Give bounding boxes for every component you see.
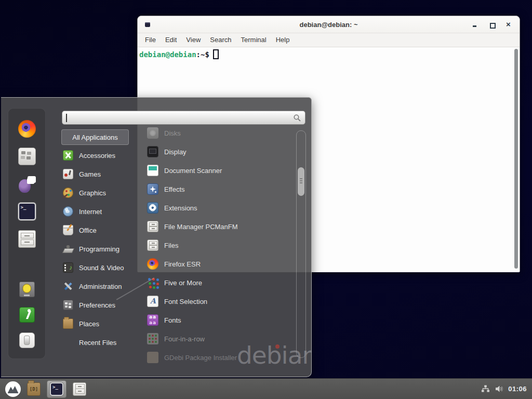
app-display[interactable]: Display <box>147 142 292 161</box>
app-files[interactable]: Files <box>147 236 292 255</box>
cabinet-icon <box>147 240 158 251</box>
app-label: File Manager PCManFM <box>164 223 238 231</box>
category-label: Games <box>79 170 101 178</box>
watermark-text: debian <box>237 341 312 369</box>
category-office[interactable]: Office <box>61 221 144 240</box>
category-label: Preferences <box>79 301 115 309</box>
category-programming[interactable]: Programming <box>61 240 144 258</box>
disks-icon <box>147 127 158 139</box>
favorites-group <box>18 120 36 248</box>
favorite-package-manager[interactable] <box>18 148 36 165</box>
favorite-terminal[interactable] <box>18 203 36 220</box>
debian-watermark: debian <box>237 341 312 369</box>
search-input[interactable] <box>66 113 289 123</box>
app-effects[interactable]: Effects <box>147 180 292 198</box>
favorite-file-manager[interactable] <box>18 230 36 248</box>
maximize-button[interactable] <box>489 22 495 28</box>
volume-icon[interactable] <box>495 384 503 393</box>
docscan-icon <box>147 165 158 176</box>
minimize-button[interactable] <box>472 22 478 28</box>
category-games[interactable]: Games <box>61 165 144 183</box>
app-font-selection[interactable]: Font Selection <box>147 292 292 311</box>
window-controls <box>472 16 512 33</box>
category-places[interactable]: Places <box>61 314 144 333</box>
launcher-badge: [D] <box>28 387 40 392</box>
effects-icon <box>147 183 158 195</box>
menu-favorites-sidebar <box>8 108 46 359</box>
session-group <box>19 282 35 348</box>
file-manager-launcher[interactable] <box>73 382 86 396</box>
favorite-pidgin-messenger[interactable] <box>18 175 36 193</box>
category-sound-video[interactable]: Sound & Video <box>61 258 144 277</box>
category-administration[interactable]: Administration <box>61 277 144 296</box>
all-applications-button[interactable]: All Applications <box>61 129 129 145</box>
prompt-suffix: :~$ <box>196 50 209 59</box>
app-document-scanner[interactable]: Document Scanner <box>147 161 292 180</box>
app-five-or-more[interactable]: Five or More <box>147 273 292 292</box>
session-shutdown[interactable] <box>19 332 35 348</box>
gdebi-icon <box>147 352 158 363</box>
terminal-menu-help[interactable]: Help <box>271 33 295 47</box>
favorite-firefox-browser[interactable] <box>18 120 36 138</box>
fonts-icon <box>147 314 158 326</box>
terminal-titlebar[interactable]: debian@debian: ~ <box>138 16 520 33</box>
category-graphics[interactable]: Graphics <box>61 183 144 202</box>
menulogo-icon <box>5 381 21 397</box>
app-label: Five or More <box>164 279 202 287</box>
terminal-window-button[interactable] <box>47 380 66 398</box>
app-disks[interactable]: Disks <box>147 124 292 142</box>
scrollbar-handle[interactable] <box>298 167 304 196</box>
category-preferences[interactable]: Preferences <box>61 296 144 314</box>
application-list: DisksDisplayDocument ScannerEffectsExten… <box>147 124 292 367</box>
session-log-out[interactable] <box>19 307 35 323</box>
office-icon <box>63 225 73 235</box>
terminal-cursor <box>213 49 219 59</box>
shutdown-icon <box>19 332 35 348</box>
terminal-menu-file[interactable]: File <box>140 33 161 47</box>
menu-button[interactable] <box>5 381 21 397</box>
category-column: All Applications AccessoriesGamesGraphic… <box>61 129 144 352</box>
prompt-user-host: debian@debian <box>139 50 196 59</box>
terminal-icon <box>18 203 36 220</box>
clock[interactable]: 01:06 <box>508 385 527 393</box>
category-recent-files[interactable]: Recent Files <box>61 333 144 352</box>
category-label: Internet <box>79 208 102 216</box>
admin-icon <box>63 281 73 291</box>
app-label: Disks <box>164 129 181 137</box>
desktop-folder-launcher[interactable]: [D] <box>27 382 41 396</box>
application-list-scrollbar[interactable] <box>296 130 306 358</box>
close-button[interactable] <box>506 22 512 28</box>
graphics-icon <box>63 188 73 198</box>
category-list: AccessoriesGamesGraphicsInternetOfficePr… <box>61 146 144 352</box>
category-label: Administration <box>79 283 122 290</box>
terminal-menubar: FileEditViewSearchTerminalHelp <box>138 33 520 47</box>
app-file-manager-pcmanfm[interactable]: File Manager PCManFM <box>147 217 292 236</box>
internet-icon <box>63 206 73 217</box>
app-firefox-esr[interactable]: Firefox ESR <box>147 255 292 273</box>
app-label: Files <box>164 242 178 249</box>
terminal-menu-terminal[interactable]: Terminal <box>236 33 271 47</box>
session-lock-screen[interactable] <box>19 282 35 297</box>
terminal-menu-edit[interactable]: Edit <box>161 33 181 47</box>
network-icon[interactable] <box>481 384 490 393</box>
desktop: debian@debian: ~ FileEditViewSearchTermi… <box>0 0 532 399</box>
menu-search-box[interactable] <box>62 111 305 125</box>
terminal-menu-search[interactable]: Search <box>205 33 236 47</box>
search-icon <box>293 114 301 122</box>
terminal-scrollbar[interactable] <box>514 49 518 269</box>
category-label: Sound & Video <box>79 264 124 272</box>
app-extensions[interactable]: Extensions <box>147 198 292 217</box>
category-accessories[interactable]: Accessories <box>61 146 144 165</box>
terminal-menu-view[interactable]: View <box>181 33 205 47</box>
terminal-window-icon <box>145 22 150 27</box>
category-label: Accessories <box>79 152 115 159</box>
app-fonts[interactable]: Fonts <box>147 311 292 329</box>
app-label: Effects <box>164 185 185 193</box>
search-caret <box>66 114 67 122</box>
file-manager-icon <box>18 230 36 248</box>
watermark-red-dot <box>275 344 280 349</box>
category-label: Graphics <box>79 189 106 197</box>
firefox-icon <box>147 258 158 270</box>
category-internet[interactable]: Internet <box>61 202 144 221</box>
accessories-icon <box>63 150 73 161</box>
